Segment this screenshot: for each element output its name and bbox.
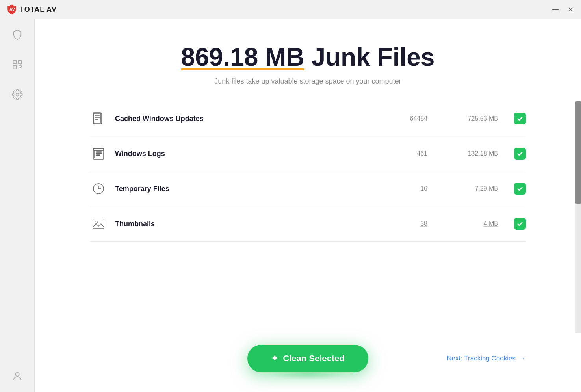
item-size-temporary-files: 7.29 MB	[451, 185, 498, 192]
svg-rect-2	[18, 61, 21, 64]
app-name: TOTAL AV	[20, 6, 57, 14]
svg-rect-21	[93, 148, 104, 150]
item-size-cached-updates: 725.53 MB	[451, 115, 498, 122]
junk-item-cached-windows-updates: Cached Windows Updates 64484 725.53 MB	[90, 101, 526, 136]
item-name-cached-updates: Cached Windows Updates	[115, 115, 388, 123]
junk-size: 869.18 MB	[181, 43, 304, 71]
svg-rect-14	[94, 113, 102, 124]
next-link-label: Next: Tracking Cookies	[447, 355, 516, 362]
scrollbar-track[interactable]	[575, 101, 581, 333]
item-name-thumbnails: Thumbnails	[115, 220, 388, 228]
item-count-temporary-files: 16	[388, 185, 427, 192]
title-bar: AV TOTAL AV — ✕	[0, 0, 581, 19]
item-size-windows-logs: 132.18 MB	[451, 150, 498, 157]
sidebar-item-settings[interactable]	[9, 87, 25, 102]
cached-updates-icon	[90, 110, 107, 127]
svg-rect-23	[93, 219, 104, 229]
junk-subtitle: Junk files take up valuable storage spac…	[43, 77, 573, 85]
svg-rect-3	[13, 65, 16, 69]
svg-rect-20	[96, 155, 100, 156]
scrollbar-thumb[interactable]	[575, 101, 581, 204]
svg-point-7	[16, 93, 19, 96]
sparkle-icon: ✦	[271, 353, 278, 364]
next-arrow-icon: →	[519, 355, 526, 363]
item-count-windows-logs: 461	[388, 150, 427, 157]
logo-shield-icon: AV	[6, 4, 17, 15]
svg-rect-13	[93, 113, 101, 123]
thumbnails-icon	[90, 215, 107, 232]
sidebar-item-apps[interactable]	[9, 57, 25, 72]
app-logo: AV TOTAL AV	[6, 4, 57, 15]
junk-items-list: Cached Windows Updates 64484 725.53 MB	[35, 101, 581, 242]
minimize-button[interactable]: —	[551, 4, 560, 15]
junk-title: 869.18 MB Junk Files	[43, 43, 573, 72]
item-count-cached-updates: 64484	[388, 115, 427, 122]
checkbox-thumbnails[interactable]	[514, 218, 526, 230]
junk-item-windows-logs: Windows Logs 461 132.18 MB	[90, 136, 526, 171]
item-name-windows-logs: Windows Logs	[115, 150, 388, 158]
junk-item-temporary-files: Temporary Files 16 7.29 MB	[90, 171, 526, 206]
checkbox-temporary-files[interactable]	[514, 183, 526, 195]
junk-item-thumbnails: Thumbnails 38 4 MB	[90, 206, 526, 242]
svg-point-24	[95, 221, 97, 223]
checkbox-windows-logs[interactable]	[514, 148, 526, 160]
main-content: 869.18 MB Junk Files Junk files take up …	[35, 19, 581, 392]
svg-text:AV: AV	[9, 7, 15, 12]
junk-label: Junk Files	[304, 43, 435, 71]
svg-point-8	[15, 373, 19, 376]
svg-rect-1	[13, 61, 16, 64]
item-size-thumbnails: 4 MB	[451, 220, 498, 227]
temporary-files-icon	[90, 180, 107, 197]
item-name-temporary-files: Temporary Files	[115, 185, 388, 193]
svg-rect-4	[19, 65, 21, 67]
window-controls: — ✕	[551, 4, 575, 15]
content-footer: ✦ Clean Selected Next: Tracking Cookies …	[35, 333, 581, 392]
sidebar	[0, 19, 35, 392]
sidebar-item-shield[interactable]	[9, 27, 25, 43]
sidebar-item-profile[interactable]	[9, 368, 25, 384]
item-count-thumbnails: 38	[388, 220, 427, 227]
svg-rect-18	[96, 152, 102, 152]
checkbox-cached-updates[interactable]	[514, 113, 526, 124]
svg-rect-19	[96, 153, 102, 154]
content-header: 869.18 MB Junk Files Junk files take up …	[35, 19, 581, 101]
clean-button-label: Clean Selected	[283, 353, 345, 364]
close-button[interactable]: ✕	[566, 4, 575, 15]
clean-selected-button[interactable]: ✦ Clean Selected	[247, 345, 368, 372]
next-tracking-cookies-link[interactable]: Next: Tracking Cookies →	[447, 355, 526, 363]
windows-logs-icon	[90, 145, 107, 162]
